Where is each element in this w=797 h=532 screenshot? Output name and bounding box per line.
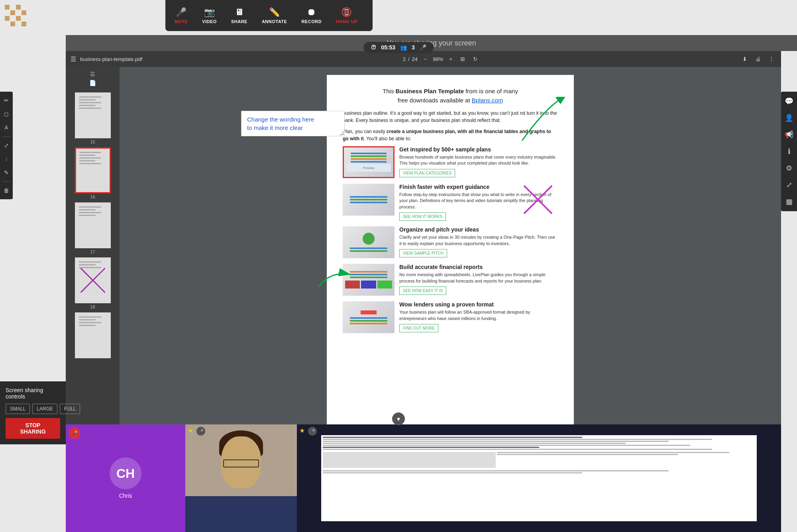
thumb-num-17: 17 — [90, 249, 95, 254]
hangup-icon: 📵 — [341, 7, 352, 18]
purple-cross-annotation — [522, 184, 554, 216]
feature-desc-4: No more messing with spreadsheets. LiveP… — [399, 272, 558, 284]
call-timer: 05:53 — [381, 44, 395, 51]
thumb-view-btn[interactable]: ☰ — [90, 71, 95, 77]
right-toolbar: 💬 👤 📢 ℹ ⚙ ⤢ ▦ — [781, 92, 797, 211]
thumbnail-17[interactable]: 17 — [75, 202, 111, 254]
size-full-btn[interactable]: FULL — [60, 404, 80, 414]
video-bar: 🎤 CH Chris ★ 🎤 ★ 🎤 — [66, 424, 781, 532]
feature-row-5: Wow lenders using a proven format Your b… — [343, 301, 558, 333]
thumb-img-18[interactable] — [75, 257, 111, 303]
feature-title-5: Wow lenders using a proven format — [399, 301, 558, 308]
annotation-box[interactable]: Change the wording hereto make it more c… — [241, 111, 345, 136]
mute-button[interactable]: 🎤 MUTE — [167, 4, 195, 27]
chat-icon[interactable]: 💬 — [783, 95, 795, 108]
size-small-btn[interactable]: SMALL — [6, 404, 30, 414]
active-tool[interactable]: ↕ — [1, 153, 12, 165]
grid-icon[interactable]: ▦ — [783, 195, 795, 208]
draw-tool[interactable]: ✏ — [1, 95, 12, 106]
gold-star-3-icon: ★ — [299, 427, 305, 434]
rotate-btn[interactable]: ↻ — [471, 55, 480, 63]
print-btn[interactable]: 🖨 — [753, 55, 763, 63]
thumbnail-15[interactable]: 15 — [75, 92, 111, 144]
ssc-title: Screen sharing controls — [6, 387, 60, 400]
thumb-num-15: 15 — [90, 139, 95, 144]
announce-icon[interactable]: 📢 — [783, 128, 795, 141]
thumb-page-btn[interactable]: 📄 — [89, 80, 96, 86]
pdf-features: Preview Get inspired by 500+ sample plan… — [343, 146, 558, 333]
toolbar-divider — [2, 136, 10, 137]
gold-star-icon: ★ — [188, 427, 193, 434]
video-button[interactable]: 📷 VIDEO — [195, 4, 224, 27]
feature-desc-3: Clarify and vet your ideas in 30 minutes… — [399, 234, 558, 247]
chris-avatar: CH — [110, 457, 141, 489]
thumbnail-18[interactable]: 18 — [75, 257, 111, 309]
pdf-filename: business-plan-template.pdf — [80, 56, 142, 62]
thumb-img-19[interactable] — [75, 312, 111, 358]
feature-img-1: Preview — [343, 146, 395, 178]
feature-btn-5[interactable]: FIND OUT MORE — [399, 324, 438, 332]
page-info: 2 / 24 — [403, 56, 418, 62]
feature-btn-3[interactable]: VIEW SAMPLE PITCH — [399, 249, 447, 257]
participant-count: 3 — [412, 44, 415, 51]
page-current: 2 — [403, 56, 406, 62]
feature-desc-1: Browse hundreds of sample business plans… — [399, 154, 558, 167]
glasses — [223, 459, 259, 467]
feature-btn-1[interactable]: VIEW PLAN CATEGORIES — [399, 169, 455, 177]
info-icon[interactable]: ℹ — [783, 145, 795, 158]
thumb-img-15[interactable] — [75, 92, 111, 138]
zoom-out-btn[interactable]: − — [422, 55, 429, 63]
fullscreen-icon[interactable]: ⤢ — [783, 179, 795, 191]
green-arrow-annotation — [518, 97, 566, 145]
menu-icon[interactable]: ☰ — [71, 55, 76, 63]
video-icon: 📷 — [204, 7, 215, 18]
feature-row-1: Preview Get inspired by 500+ sample plan… — [343, 146, 558, 178]
eraser-tool[interactable]: ✎ — [1, 167, 12, 178]
participants-icon: 👥 — [400, 44, 407, 51]
more-options-btn[interactable]: ⋮ — [767, 55, 776, 63]
text-tool[interactable]: A — [1, 122, 12, 133]
screen-sharing-controls: Screen sharing controls SMALL LARGE FULL… — [0, 381, 66, 444]
share-button[interactable]: 🖥 SHARE — [224, 4, 255, 27]
thumbnail-16[interactable]: 16 — [75, 147, 111, 199]
feature-img-3 — [343, 226, 395, 258]
hangup-button[interactable]: 📵 HANG UP — [329, 4, 365, 27]
participants-icon-btn[interactable]: 👤 — [783, 112, 795, 124]
share-icon: 🖥 — [235, 7, 244, 18]
ssc-size-buttons: SMALL LARGE FULL — [6, 404, 60, 414]
feature-title-3: Organize and pitch your ideas — [399, 226, 558, 233]
size-large-btn[interactable]: LARGE — [32, 404, 57, 414]
screen-preview-content — [321, 435, 757, 521]
zoom-level: 98% — [433, 56, 443, 62]
expand-tool[interactable]: ⤢ — [1, 140, 12, 151]
feature-row-2: Finish faster with expert guidance Follo… — [343, 184, 558, 221]
annotation-resize-handle[interactable] — [340, 131, 344, 135]
participant-chris: 🎤 CH Chris — [66, 424, 185, 532]
chevron-down-icon: ▾ — [397, 415, 400, 423]
delete-tool[interactable]: 🗑 — [1, 185, 12, 196]
feature-btn-4[interactable]: SEE HOW EASY IT IS — [399, 287, 446, 295]
annotate-button[interactable]: ✏️ ANNOTATE — [255, 4, 294, 27]
feature-title-4: Build accurate financial reports — [399, 264, 558, 270]
feature-btn-2[interactable]: SEE HOW IT WORKS — [399, 212, 446, 221]
thumb-img-16[interactable] — [75, 147, 111, 193]
chris-mute-icon: 🎤 — [69, 428, 80, 439]
settings-icon[interactable]: ⚙ — [783, 162, 795, 175]
thumb-img-17[interactable] — [75, 202, 111, 248]
record-button[interactable]: ⏺ RECORD — [294, 4, 329, 27]
timer-icon: ⏱ — [371, 44, 376, 51]
thumb-cross-18 — [76, 258, 110, 302]
toolbar-divider-2 — [2, 181, 10, 182]
stop-sharing-btn[interactable]: STOP SHARING — [6, 418, 60, 439]
zoom-in-btn[interactable]: + — [447, 55, 454, 63]
fit-page-btn[interactable]: ⊞ — [458, 55, 467, 63]
download-btn[interactable]: ⬇ — [740, 55, 749, 63]
feature-desc-5: Your business plan will follow an SBA-ap… — [399, 309, 558, 322]
feature-img-2 — [343, 184, 395, 216]
thumbnail-19[interactable] — [75, 312, 111, 359]
chevron-down-btn[interactable]: ▾ — [392, 412, 405, 425]
feature-content-5: Wow lenders using a proven format Your b… — [399, 301, 558, 332]
annotate-icon: ✏️ — [269, 7, 280, 18]
shape-tool[interactable]: ◻ — [1, 108, 12, 120]
bplans-link[interactable]: Bplans.com — [472, 97, 503, 104]
